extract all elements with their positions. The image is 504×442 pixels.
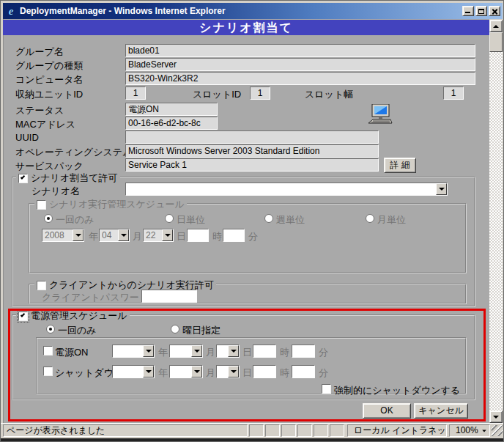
scroll-down-button[interactable] [489, 410, 503, 423]
schedule-day-dropdown-button[interactable] [162, 229, 173, 241]
power-schedule-legend-label: 電源管理スケジュール [31, 309, 127, 323]
schedule-hour-field[interactable] [187, 229, 209, 242]
schedule-daily-radio[interactable] [165, 214, 174, 223]
window-title: DeploymentManager - Windows Internet Exp… [20, 6, 461, 16]
power-on-year-unit: 年 [158, 346, 168, 359]
resize-grip[interactable] [492, 425, 503, 436]
group-type-field: BladeServer [125, 58, 475, 71]
window-bottom-edge [1, 438, 504, 442]
arrow-down-icon [493, 416, 499, 419]
scenario-schedule-checkbox[interactable] [37, 200, 46, 210]
power-once-radio[interactable] [46, 325, 55, 334]
power-weekday-radio[interactable] [171, 325, 179, 334]
chevron-down-icon [121, 234, 127, 237]
radio-dot-icon [47, 217, 50, 220]
uuid-field [125, 130, 379, 144]
scenario-name-dropdown-button[interactable] [436, 183, 447, 195]
shutdown-year-dropdown-button[interactable] [143, 366, 154, 377]
power-on-year-dropdown-button[interactable] [143, 345, 154, 357]
os-field: Microsoft Windows Server 2003 Standard E… [125, 144, 379, 158]
power-on-minute-field[interactable] [292, 345, 315, 358]
shutdown-hour-field[interactable] [253, 365, 276, 378]
chevron-down-icon [439, 188, 445, 191]
detail-button[interactable]: 詳 細 [384, 158, 416, 173]
schedule-once-radio[interactable] [44, 214, 53, 223]
page-title: シナリオ割当て [3, 20, 489, 35]
client-password-field[interactable] [141, 290, 197, 303]
client-exec-checkbox[interactable] [37, 281, 46, 290]
mac-label: MACアドレス [15, 118, 75, 131]
shutdown-day-dropdown-button[interactable] [228, 366, 239, 377]
schedule-day-combobox[interactable]: 22 [143, 229, 174, 242]
group-type-label: グループの種類 [15, 59, 83, 73]
schedule-month-dropdown-button[interactable] [118, 229, 129, 241]
scenario-schedule-legend-label: シナリオ実行管理スケジュール [49, 198, 185, 211]
schedule-day-value: 22 [146, 230, 161, 240]
schedule-daily-label: 日単位 [177, 213, 205, 226]
maximize-button[interactable] [475, 6, 487, 16]
ok-button[interactable]: OK [363, 403, 411, 419]
scenario-schedule-legend: シナリオ実行管理スケジュール [34, 198, 187, 211]
schedule-year-dropdown-button[interactable] [73, 229, 84, 241]
shutdown-day-combobox[interactable] [216, 365, 240, 378]
power-on-month-combobox[interactable] [169, 345, 203, 358]
shutdown-checkbox[interactable] [43, 367, 53, 376]
shutdown-month-dropdown-button[interactable] [191, 366, 202, 377]
statusbar-cell [314, 424, 328, 437]
scroll-up-button[interactable] [489, 20, 503, 32]
security-zone-panel: ローカル イントラネット [347, 424, 447, 437]
statusbar-cell [249, 424, 264, 437]
computer-icon [367, 104, 393, 127]
shutdown-year-combobox[interactable] [112, 365, 155, 378]
schedule-year-combobox[interactable]: 2008 [42, 229, 84, 242]
computer-name-field: BS320-Win2k3R2 [125, 72, 475, 85]
power-on-day-unit: 日 [242, 346, 252, 359]
uuid-label: UUID [15, 132, 39, 143]
security-zone-label: ローカル イントラネット [354, 425, 447, 436]
computer-name-label: コンピュータ名 [15, 73, 84, 86]
close-button[interactable] [489, 6, 500, 16]
minimize-icon [465, 12, 470, 13]
check-icon [21, 312, 25, 317]
vertical-scrollbar[interactable] [489, 20, 503, 423]
statusbar-cell [265, 424, 280, 437]
cancel-button[interactable]: キャンセル [414, 403, 468, 419]
group-name-field: blade01 [125, 44, 475, 57]
schedule-minute-field[interactable] [223, 229, 245, 242]
power-schedule-checkbox[interactable] [18, 312, 28, 321]
chevron-down-icon [75, 234, 81, 237]
zoom-control[interactable]: 100% [449, 424, 490, 437]
scrollbar-thumb[interactable] [489, 32, 503, 52]
power-on-hour-field[interactable] [253, 345, 276, 358]
power-schedule-legend: 電源管理スケジュール [16, 309, 130, 323]
power-once-label: 一回のみ [58, 324, 97, 337]
chevron-down-icon [231, 370, 237, 373]
client-password-label: クライアントパスワード [42, 291, 149, 304]
check-icon [21, 174, 25, 179]
scenario-name-combobox[interactable] [125, 183, 448, 196]
power-weekday-label: 曜日指定 [182, 324, 220, 337]
schedule-month-value: 04 [102, 230, 117, 240]
schedule-month-combobox[interactable]: 04 [99, 229, 130, 242]
power-on-month-dropdown-button[interactable] [191, 345, 202, 357]
force-shutdown-label: 強制的にシャットダウンする [334, 384, 460, 397]
power-on-year-combobox[interactable] [112, 345, 155, 358]
scenario-name-label: シナリオ名 [32, 185, 80, 198]
shutdown-minute-field[interactable] [292, 365, 315, 378]
status-label: ステータス [15, 104, 64, 117]
power-on-checkbox[interactable] [43, 346, 53, 356]
schedule-weekly-radio[interactable] [264, 214, 273, 223]
minimize-button[interactable] [462, 6, 474, 16]
schedule-monthly-radio[interactable] [366, 214, 374, 223]
unit-id-label: 収納ユニットID [15, 88, 83, 101]
power-on-day-dropdown-button[interactable] [228, 345, 239, 357]
chevron-down-icon [165, 234, 171, 237]
power-on-month-unit: 月 [206, 346, 215, 359]
schedule-weekly-label: 週単位 [276, 213, 305, 226]
power-on-day-combobox[interactable] [216, 345, 240, 358]
force-shutdown-checkbox[interactable] [322, 384, 331, 394]
statusbar-cell [281, 424, 296, 437]
service-pack-field: Service Pack 1 [125, 158, 379, 172]
scenario-assign-checkbox[interactable] [18, 174, 28, 183]
shutdown-month-combobox[interactable] [169, 365, 203, 378]
